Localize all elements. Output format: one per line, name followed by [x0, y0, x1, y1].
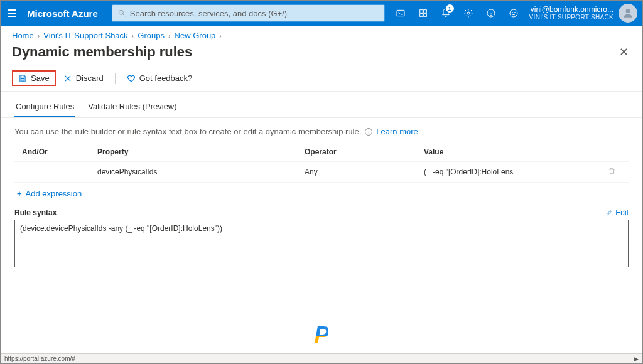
- tab-row: Configure Rules Validate Rules (Preview): [1, 92, 642, 118]
- svg-rect-17: [21, 78, 24, 80]
- directories-icon[interactable]: [413, 1, 434, 26]
- learn-more-link[interactable]: Learn more: [376, 127, 418, 136]
- add-expression-button[interactable]: + Add expression: [14, 183, 629, 205]
- add-expression-label: Add expression: [26, 189, 82, 198]
- crumb-newgroup[interactable]: New Group: [175, 31, 216, 40]
- search-icon: [117, 9, 126, 18]
- settings-icon[interactable]: [458, 1, 479, 26]
- trash-icon: [608, 167, 616, 175]
- cloud-shell-icon[interactable]: [390, 1, 411, 26]
- page-title: Dynamic membership rules: [12, 44, 192, 60]
- svg-point-9: [467, 12, 470, 14]
- info-icon[interactable]: i: [365, 128, 372, 136]
- save-icon: [18, 74, 27, 83]
- save-button[interactable]: Save: [12, 70, 56, 86]
- edit-label: Edit: [615, 208, 629, 217]
- avatar: [619, 4, 637, 23]
- breadcrumb: Home› Vini's IT Support Shack› Groups› N…: [1, 26, 642, 41]
- rule-syntax-text: (device.devicePhysicalIds -any (_ -eq "[…: [20, 224, 222, 233]
- pencil-icon: [605, 209, 613, 217]
- svg-rect-4: [419, 10, 423, 13]
- discard-label: Discard: [76, 73, 104, 83]
- global-search[interactable]: [112, 4, 385, 22]
- svg-rect-2: [397, 10, 404, 16]
- save-label: Save: [31, 73, 50, 83]
- crumb-home[interactable]: Home: [12, 31, 34, 40]
- table-header: And/Or Property Operator Value: [14, 142, 629, 162]
- svg-point-15: [626, 9, 630, 13]
- table-row: devicePhysicalIds Any (_ -eq "[OrderID]:…: [14, 162, 629, 183]
- top-icon-row: 1 vini@bomfunk.onmicro... VINI'S IT SUPP…: [390, 1, 637, 26]
- watermark-logo: P: [314, 322, 328, 348]
- rule-syntax-label: Rule syntax: [14, 208, 57, 217]
- notifications-icon[interactable]: 1: [435, 1, 457, 26]
- svg-point-12: [510, 9, 517, 17]
- notification-badge: 1: [446, 4, 454, 13]
- status-url: https://portal.azure.com/#: [4, 355, 75, 362]
- plus-icon: +: [17, 189, 22, 198]
- heart-icon: [127, 74, 136, 83]
- cell-value[interactable]: (_ -eq "[OrderID]:HoloLens: [424, 168, 602, 176]
- brand-label[interactable]: Microsoft Azure: [27, 8, 98, 19]
- crumb-groups[interactable]: Groups: [138, 31, 165, 40]
- help-icon[interactable]: [480, 1, 502, 26]
- browser-status-bar: https://portal.azure.com/# ▶: [1, 353, 642, 363]
- rule-table: And/Or Property Operator Value devicePhy…: [14, 142, 629, 183]
- main-content: You can use the rule builder or rule syn…: [1, 118, 642, 276]
- rule-syntax-header: Rule syntax Edit: [14, 208, 629, 217]
- account-control[interactable]: vini@bomfunk.onmicro... VINI'S IT SUPPOR…: [529, 4, 637, 23]
- discard-icon: [63, 74, 72, 83]
- svg-point-13: [512, 12, 512, 13]
- col-property: Property: [97, 147, 305, 156]
- hint-row: You can use the rule builder or rule syn…: [14, 127, 629, 136]
- discard-button[interactable]: Discard: [57, 70, 110, 86]
- menu-icon[interactable]: [6, 7, 18, 19]
- hint-text: You can use the rule builder or rule syn…: [14, 127, 361, 136]
- user-tenant: VINI'S IT SUPPORT SHACK: [529, 14, 613, 21]
- col-andor: And/Or: [22, 147, 97, 156]
- feedback-top-icon[interactable]: [503, 1, 524, 26]
- svg-line-1: [123, 14, 126, 17]
- svg-rect-16: [21, 75, 24, 77]
- user-email: vini@bomfunk.onmicro...: [529, 6, 613, 14]
- svg-rect-6: [419, 14, 423, 17]
- edit-rule-button[interactable]: Edit: [605, 208, 629, 217]
- close-icon[interactable]: ✕: [617, 43, 631, 62]
- rule-syntax-box[interactable]: (device.devicePhysicalIds -any (_ -eq "[…: [14, 220, 629, 267]
- svg-rect-7: [423, 14, 426, 17]
- title-bar: Dynamic membership rules ✕: [1, 41, 642, 68]
- svg-point-0: [119, 10, 123, 14]
- tab-validate-rules[interactable]: Validate Rules (Preview): [87, 98, 178, 117]
- crumb-tenant[interactable]: Vini's IT Support Shack: [43, 31, 127, 40]
- svg-rect-5: [423, 10, 426, 13]
- delete-row-button[interactable]: [602, 167, 621, 177]
- command-divider: [115, 73, 116, 84]
- feedback-button[interactable]: Got feedback?: [121, 70, 199, 86]
- cell-operator[interactable]: Any: [305, 168, 424, 176]
- svg-point-11: [490, 15, 491, 16]
- svg-point-14: [514, 12, 515, 13]
- col-value: Value: [424, 147, 602, 156]
- feedback-label: Got feedback?: [139, 73, 193, 83]
- cell-property[interactable]: devicePhysicalIds: [97, 168, 305, 176]
- azure-top-bar: Microsoft Azure 1 vini@bomfunk.onmicro..…: [1, 1, 642, 26]
- status-arrow-icon: ▶: [634, 356, 639, 362]
- command-bar: Save Discard Got feedback?: [1, 68, 642, 92]
- col-operator: Operator: [305, 147, 424, 156]
- tab-configure-rules[interactable]: Configure Rules: [14, 98, 75, 117]
- search-input[interactable]: [126, 9, 379, 18]
